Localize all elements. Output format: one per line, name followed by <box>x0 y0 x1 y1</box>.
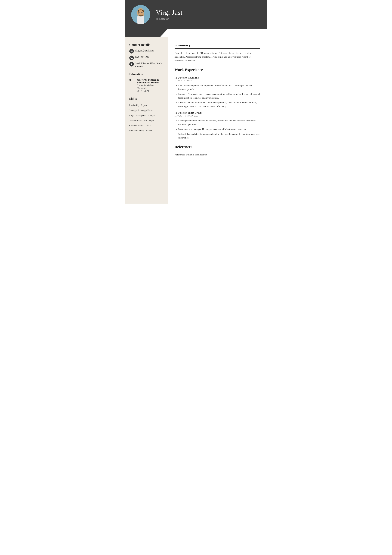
phone-icon <box>129 56 134 60</box>
phone-text: (620) 997 1939 <box>135 55 149 58</box>
job-bullet-0-1: Managed IT projects from concept to comp… <box>178 92 260 100</box>
resume-header: Virgi Jast IT Director <box>125 0 267 29</box>
email-icon <box>129 49 134 53</box>
edu-content: Master of Science in Information Systems… <box>135 78 163 93</box>
education-section-title: Education <box>129 73 163 76</box>
work-experience-section-title: Work Experience <box>175 68 260 73</box>
summary-text: Example 1: Experienced IT Director with … <box>175 51 260 63</box>
contact-section-title: Contact Details <box>129 43 163 47</box>
edu-school: Carnegie Mellon University <box>137 84 163 90</box>
contact-phone-item: (620) 997 1939 <box>129 55 163 60</box>
job-bullet-0-2: Spearheaded the migration of multiple co… <box>178 101 260 108</box>
chevron-separator <box>125 29 267 37</box>
job-bullet-1-2: Utilized data analytics to understand an… <box>178 132 260 140</box>
references-text: References available upon request <box>175 153 260 157</box>
email-text: virgijast@gmail.com <box>135 49 154 52</box>
header-info: Virgi Jast IT Director <box>156 9 183 21</box>
skill-item-2: Project Management - Expert <box>129 113 163 118</box>
edu-years: 2017 - 2021 <box>137 90 163 93</box>
location-icon <box>129 62 134 66</box>
job-bullet-1-1: Monitored and managed IT budgets to ensu… <box>178 127 260 131</box>
skill-item-5: Problem Solving - Expert <box>129 128 163 133</box>
references-section-title: References <box>175 145 260 150</box>
sidebar: Contact Details virgijast@gmail.com (620… <box>125 37 168 204</box>
job-dates-0: March 2023 - Present <box>175 80 260 82</box>
address-text: South Kileyton, 12244, North Carolina <box>135 62 163 68</box>
contact-email-item: virgijast@gmail.com <box>129 49 163 53</box>
job-title-1: IT Director, Hintz Group <box>175 111 260 114</box>
edu-bullet <box>129 79 131 81</box>
avatar <box>131 5 150 24</box>
summary-section-title: Summary <box>175 43 260 49</box>
skill-item-1: Strategic Planning - Expert <box>129 108 163 113</box>
skill-item-0: Leadership - Expert <box>129 103 163 108</box>
skills-section-title: Skills <box>129 97 163 101</box>
job-dates-1: May 2021 - February 2023 <box>175 115 260 117</box>
skill-item-4: Communication - Expert <box>129 123 163 128</box>
candidate-name: Virgi Jast <box>156 9 183 16</box>
edu-degree: Master of Science in Information Systems <box>137 78 163 84</box>
chevron-point <box>160 29 168 37</box>
skill-item-3: Technical Expertise - Expert <box>129 118 163 123</box>
job-bullet-0-0: Lead the development and implementation … <box>178 84 260 91</box>
main-layout: Contact Details virgijast@gmail.com (620… <box>125 37 267 204</box>
main-content: Summary Example 1: Experienced IT Direct… <box>168 37 267 204</box>
candidate-title: IT Director <box>156 17 183 21</box>
job-bullets-0: Lead the development and implementation … <box>175 84 260 108</box>
job-bullets-1: Developed and implemented IT policies, p… <box>175 119 260 140</box>
avatar-image <box>131 5 150 24</box>
contact-address-item: South Kileyton, 12244, North Carolina <box>129 62 163 68</box>
svg-rect-7 <box>137 16 144 24</box>
svg-point-13 <box>139 13 143 15</box>
education-item: Master of Science in Information Systems… <box>129 78 163 93</box>
chevron-left <box>125 29 160 37</box>
job-bullet-1-0: Developed and implemented IT policies, p… <box>178 119 260 126</box>
job-title-0: IT Director, Grant Inc <box>175 76 260 79</box>
